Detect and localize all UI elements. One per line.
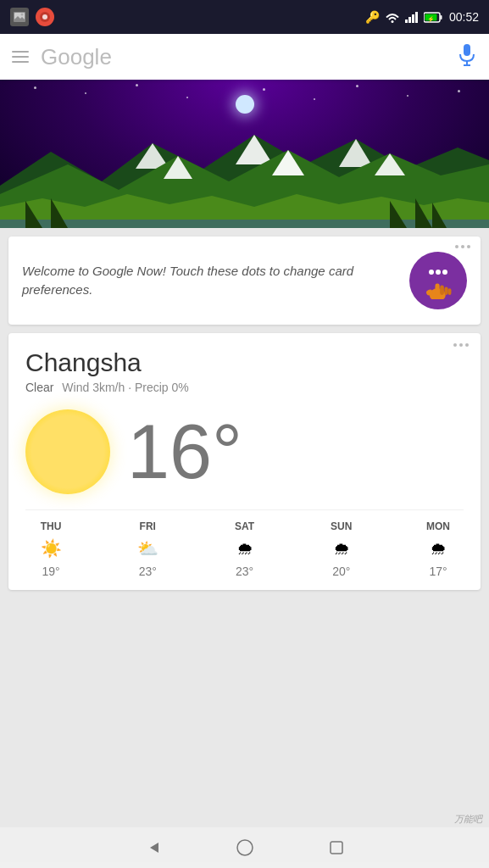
- forecast-sat: SAT 🌧 23°: [219, 520, 270, 578]
- weather-precip: Precip 0%: [135, 381, 189, 394]
- forecast-sun-day: SUN: [331, 520, 352, 532]
- back-button[interactable]: [142, 836, 165, 860]
- taiko-icon: [36, 8, 54, 26]
- weather-card: Changsha Clear Wind 3km/h · Precip 0% 16…: [8, 333, 481, 590]
- weather-forecast: THU ☀️ 19° FRI ⛅ 23° SAT 🌧 23° SUN 🌧 20°: [25, 509, 464, 578]
- watermark: 万能吧: [454, 813, 482, 826]
- welcome-card: Welcome to Google Now! Touch these dots …: [8, 236, 481, 325]
- nav-bar: [0, 827, 489, 868]
- hamburger-icon[interactable]: [12, 51, 29, 63]
- svg-rect-9: [408, 17, 411, 23]
- forecast-sat-day: SAT: [235, 520, 254, 532]
- forecast-fri-temp: 23°: [139, 565, 157, 578]
- forecast-sat-icon: 🌧: [236, 537, 253, 559]
- forecast-fri: FRI ⛅ 23°: [122, 520, 173, 578]
- svg-rect-8: [405, 19, 408, 23]
- weather-city: Changsha: [25, 348, 464, 377]
- forecast-sun-icon: 🌧: [333, 537, 350, 559]
- svg-rect-45: [331, 842, 342, 854]
- signal-icon: [405, 11, 419, 23]
- svg-rect-11: [415, 12, 418, 23]
- gallery-icon: [10, 8, 29, 26]
- forecast-fri-day: FRI: [140, 520, 156, 532]
- key-icon: 🔑: [365, 10, 380, 24]
- welcome-card-menu[interactable]: [455, 245, 470, 248]
- forecast-thu: THU ☀️ 19°: [25, 520, 76, 578]
- touch-dots-icon[interactable]: [409, 252, 467, 309]
- google-logo[interactable]: Google: [41, 44, 445, 70]
- svg-point-36: [442, 270, 447, 275]
- forecast-mon-temp: 17°: [429, 565, 447, 578]
- hero-banner: [0, 80, 489, 228]
- weather-subtitle: Clear Wind 3km/h · Precip 0%: [25, 381, 464, 394]
- svg-rect-39: [435, 284, 439, 295]
- forecast-sun: SUN 🌧 20°: [316, 520, 367, 578]
- battery-icon: ⚡: [424, 12, 442, 23]
- forecast-sat-temp: 23°: [236, 565, 253, 578]
- svg-rect-40: [440, 286, 444, 295]
- status-bar-left: [10, 8, 54, 26]
- status-time: 00:52: [449, 10, 479, 24]
- status-bar-right: 🔑 ⚡ 00:52: [365, 10, 479, 24]
- status-bar: 🔑 ⚡ 00:52: [0, 0, 489, 34]
- forecast-fri-icon: ⛅: [137, 537, 158, 559]
- forecast-thu-icon: ☀️: [41, 537, 62, 559]
- weather-main: 16°: [25, 409, 464, 494]
- svg-point-3: [21, 14, 24, 16]
- svg-point-35: [436, 270, 441, 275]
- svg-point-44: [237, 840, 253, 855]
- svg-rect-13: [440, 15, 442, 19]
- svg-rect-42: [448, 288, 452, 295]
- search-bar: Google: [0, 34, 489, 80]
- wifi-icon: [385, 11, 400, 23]
- weather-wind: Wind 3km/h: [62, 381, 125, 394]
- home-button[interactable]: [233, 836, 257, 860]
- content-area: Welcome to Google Now! Touch these dots …: [0, 228, 489, 598]
- sun-icon: [25, 409, 110, 494]
- svg-rect-16: [464, 44, 470, 56]
- svg-point-34: [429, 270, 434, 275]
- recents-button[interactable]: [325, 836, 348, 860]
- welcome-text: Welcome to Google Now! Touch these dots …: [22, 262, 397, 300]
- mic-icon[interactable]: [457, 42, 477, 71]
- forecast-thu-day: THU: [41, 520, 62, 532]
- svg-point-7: [391, 20, 393, 23]
- svg-marker-43: [150, 843, 158, 853]
- forecast-mon-icon: 🌧: [430, 537, 447, 559]
- forecast-thu-temp: 19°: [42, 565, 59, 578]
- weather-condition: Clear: [25, 381, 53, 394]
- svg-point-5: [42, 14, 47, 19]
- svg-rect-41: [444, 287, 447, 295]
- forecast-mon: MON 🌧 17°: [413, 520, 464, 578]
- weather-separator: ·: [128, 381, 135, 394]
- forecast-sun-temp: 20°: [332, 565, 350, 578]
- weather-card-menu[interactable]: [453, 343, 469, 347]
- svg-rect-10: [412, 14, 414, 23]
- weather-temperature: 16°: [127, 414, 242, 490]
- forecast-mon-day: MON: [426, 520, 450, 532]
- svg-text:⚡: ⚡: [427, 14, 435, 22]
- mountains-svg: [0, 109, 489, 228]
